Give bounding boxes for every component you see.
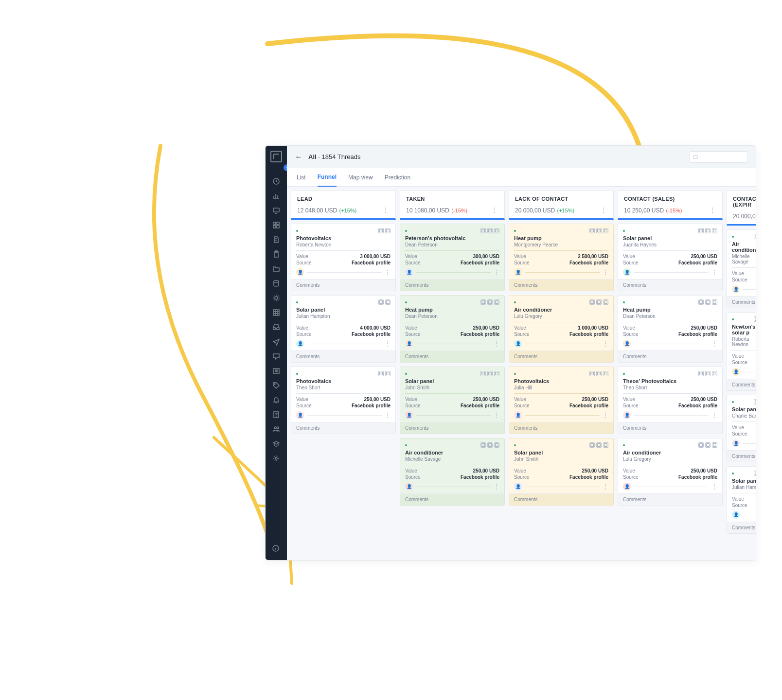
- card-menu-button[interactable]: ⋮: [494, 412, 499, 419]
- comments-section[interactable]: Comments: [509, 493, 613, 505]
- card-menu-button[interactable]: ⋮: [603, 483, 608, 490]
- nav-database-icon[interactable]: [272, 279, 281, 288]
- card-calendar-icon[interactable]: [596, 442, 602, 448]
- comments-section[interactable]: Comments: [400, 350, 504, 362]
- card-extra-icon[interactable]: [494, 299, 499, 305]
- card-check-icon[interactable]: [754, 471, 756, 476]
- card-extra-icon[interactable]: [494, 228, 499, 233]
- avatar[interactable]: 👤: [514, 483, 522, 490]
- thread-card[interactable]: Solar panel Juanita Haynes Value250,00 U…: [618, 224, 723, 291]
- thread-card[interactable]: Photovoltaics Julia Hill Value250,00 USD…: [509, 367, 614, 434]
- card-check-icon[interactable]: [698, 228, 704, 233]
- avatar[interactable]: 👤: [623, 483, 631, 490]
- comments-section[interactable]: Comments: [618, 350, 722, 362]
- avatar[interactable]: 👤: [732, 285, 740, 293]
- card-menu-button[interactable]: ⋮: [711, 340, 717, 347]
- card-calendar-icon[interactable]: [487, 442, 493, 448]
- column-menu-button[interactable]: ⋮: [709, 206, 716, 214]
- card-extra-icon[interactable]: [494, 442, 499, 448]
- card-extra-icon[interactable]: [712, 371, 717, 376]
- card-calendar-icon[interactable]: [385, 299, 391, 305]
- card-menu-button[interactable]: ⋮: [385, 412, 391, 419]
- avatar[interactable]: 👤: [732, 368, 740, 376]
- card-check-icon[interactable]: [480, 299, 486, 305]
- comments-section[interactable]: Comments: [400, 422, 504, 434]
- comments-section[interactable]: Comments: [618, 422, 722, 434]
- column-menu-button[interactable]: ⋮: [382, 206, 390, 214]
- avatar[interactable]: 👤: [514, 268, 522, 276]
- tab-map[interactable]: Map view: [348, 169, 373, 186]
- card-calendar-icon[interactable]: [487, 228, 493, 233]
- thread-card[interactable]: Photovoltaics Roberta Newton Value3 000,…: [291, 224, 396, 291]
- thread-card[interactable]: Solar panel Charlie Barron Value Source …: [727, 395, 756, 462]
- nav-calculator-icon[interactable]: [272, 410, 281, 419]
- nav-grid-icon[interactable]: [272, 221, 281, 229]
- card-menu-button[interactable]: ⋮: [494, 340, 499, 347]
- avatar[interactable]: 👤: [405, 483, 413, 490]
- card-check-icon[interactable]: [378, 371, 384, 376]
- avatar[interactable]: 👤: [623, 340, 631, 348]
- comments-section[interactable]: Comments: [727, 450, 756, 462]
- card-check-icon[interactable]: [698, 299, 704, 305]
- avatar[interactable]: 👤: [732, 439, 740, 447]
- card-extra-icon[interactable]: [603, 299, 608, 305]
- thread-card[interactable]: Solar panel John Smith Value250,00 USD S…: [509, 438, 614, 506]
- breadcrumb-all[interactable]: All: [308, 153, 317, 160]
- nav-settings-icon[interactable]: [272, 454, 281, 463]
- card-menu-button[interactable]: ⋮: [385, 269, 391, 276]
- app-logo[interactable]: [270, 151, 282, 162]
- nav-clipboard-icon[interactable]: [272, 250, 281, 259]
- card-menu-button[interactable]: ⋮: [494, 269, 499, 276]
- card-extra-icon[interactable]: [712, 442, 717, 448]
- comments-section[interactable]: Comments: [509, 279, 613, 291]
- comments-section[interactable]: Comments: [509, 350, 613, 362]
- comments-section[interactable]: Comments: [291, 350, 395, 362]
- card-check-icon[interactable]: [589, 371, 595, 376]
- card-menu-button[interactable]: ⋮: [603, 269, 608, 276]
- comments-section[interactable]: Comments: [400, 493, 504, 505]
- card-calendar-icon[interactable]: [596, 299, 602, 305]
- search-input[interactable]: [690, 151, 748, 163]
- card-calendar-icon[interactable]: [385, 228, 391, 233]
- card-check-icon[interactable]: [698, 371, 704, 376]
- card-calendar-icon[interactable]: [487, 299, 493, 305]
- nav-tag-icon[interactable]: [272, 381, 281, 390]
- thread-card[interactable]: Heat pump Dean Peterson Value250,00 USD …: [400, 295, 505, 363]
- comments-section[interactable]: Comments: [509, 422, 613, 434]
- comments-section[interactable]: Comments: [618, 493, 722, 505]
- card-check-icon[interactable]: [754, 234, 756, 239]
- nav-folder-icon[interactable]: [272, 264, 281, 273]
- nav-bell-icon[interactable]: [272, 396, 281, 404]
- card-calendar-icon[interactable]: [596, 371, 602, 376]
- nav-chat-icon[interactable]: [272, 352, 281, 361]
- tab-list[interactable]: List: [297, 169, 306, 186]
- card-extra-icon[interactable]: [712, 299, 717, 305]
- card-extra-icon[interactable]: [603, 371, 608, 376]
- card-menu-button[interactable]: ⋮: [603, 412, 608, 419]
- nav-list-icon[interactable]: [272, 367, 281, 375]
- card-calendar-icon[interactable]: [487, 371, 493, 376]
- card-extra-icon[interactable]: [494, 371, 499, 376]
- avatar[interactable]: 👤: [405, 340, 413, 348]
- thread-card[interactable]: Newton's solar p Roberta Newton Value So…: [727, 312, 756, 391]
- thread-card[interactable]: Photovoltaics Theo Short Value250,00 USD…: [291, 367, 396, 434]
- card-menu-button[interactable]: ⋮: [711, 412, 717, 419]
- avatar[interactable]: 👤: [296, 411, 304, 419]
- card-check-icon[interactable]: [480, 228, 486, 233]
- comments-section[interactable]: Comments: [400, 279, 504, 291]
- card-menu-button[interactable]: ⋮: [711, 269, 717, 276]
- nav-users-icon[interactable]: [272, 425, 281, 434]
- avatar[interactable]: 👤: [623, 411, 631, 419]
- comments-section[interactable]: Comments: [618, 279, 722, 291]
- card-calendar-icon[interactable]: [705, 371, 711, 376]
- tab-funnel[interactable]: Funnel: [318, 168, 337, 187]
- avatar[interactable]: 👤: [405, 411, 413, 419]
- card-check-icon[interactable]: [589, 442, 595, 448]
- card-check-icon[interactable]: [378, 228, 384, 233]
- avatar[interactable]: 👤: [732, 511, 740, 519]
- card-calendar-icon[interactable]: [705, 442, 711, 448]
- avatar[interactable]: 👤: [296, 268, 304, 276]
- card-check-icon[interactable]: [754, 399, 756, 404]
- thread-card[interactable]: Air conditioner Michelle Savage Value250…: [400, 438, 505, 506]
- card-menu-button[interactable]: ⋮: [711, 483, 717, 490]
